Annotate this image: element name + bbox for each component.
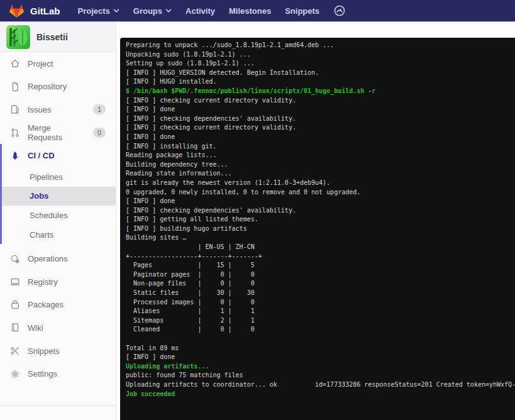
sidebar-item-label: Schedules (30, 211, 68, 220)
log-line: Pages | 15 | 5 (126, 261, 515, 270)
log-line: public: found 75 matching files (126, 371, 515, 380)
settings-gear-icon (10, 369, 20, 379)
nav-snippets[interactable]: Snippets (285, 6, 319, 16)
project-sidebar: Bissetii Project Repository Issues 1 (0, 22, 116, 420)
sidebar-item-merge-requests[interactable]: Merge Requests 0 (0, 121, 116, 145)
log-line: 0 upgraded, 0 newly installed, 0 to remo… (126, 188, 515, 197)
bamboo-avatar-image (6, 25, 30, 49)
log-line: Sitemaps | 2 | 1 (126, 316, 515, 326)
gitlab-logo-icon[interactable] (9, 3, 25, 18)
log-line: Cleaned | 0 | 0 (126, 325, 515, 334)
sidebar-menu: Project Repository Issues 1 M (0, 52, 116, 385)
sidebar-item-settings[interactable]: Settings (0, 362, 116, 385)
sidebar-subitem-jobs[interactable]: Jobs (2, 187, 116, 206)
log-line: git is already the newest version (1:2.1… (126, 179, 515, 188)
log-line: Building dependency tree... (126, 160, 515, 170)
sidebar-item-packages[interactable]: Packages (0, 294, 116, 317)
sidebar-item-label: Pipelines (30, 172, 63, 182)
sidebar-subitem-pipelines[interactable]: Pipelines (2, 167, 116, 187)
log-line: | EN-US | ZH-CN (126, 243, 515, 252)
merge-request-icon (10, 128, 20, 138)
sidebar-item-snippets[interactable]: Snippets (0, 340, 116, 363)
main-content: Preparing to unpack .../sudo_1.8.19p1-2.… (117, 22, 515, 420)
log-line: Preparing to unpack .../sudo_1.8.19p1-2.… (126, 41, 515, 50)
sidebar-item-project[interactable]: Project (0, 52, 116, 75)
log-line: [ INFO ] getting all listed themes. (126, 215, 515, 224)
sidebar-item-operations[interactable]: Operations (0, 247, 116, 270)
log-line: Processed images | 0 | 0 (126, 298, 515, 307)
sidebar-item-label: Repository (28, 82, 67, 91)
container-registry-icon (10, 277, 20, 287)
sidebar-item-ci-cd[interactable]: CI / CD (2, 144, 116, 167)
sidebar-item-label: Operations (28, 254, 68, 263)
log-line: [ INFO ] HUGO_VERSION detected. Begin In… (126, 69, 515, 78)
nav-projects-label: Projects (78, 6, 110, 16)
nav-milestones[interactable]: Milestones (229, 6, 271, 16)
nav-projects[interactable]: Projects (78, 6, 119, 16)
project-header[interactable]: Bissetii (0, 22, 116, 52)
chevron-down-icon (165, 8, 172, 13)
log-line: [ INFO ] checking dependencies' availabi… (126, 114, 515, 124)
log-line: Total in 89 ms (126, 344, 515, 353)
log-line: Job succeeded (126, 390, 515, 399)
log-line: Unpacking sudo (1.8.19p1-2.1) ... (126, 50, 515, 60)
package-icon (10, 300, 20, 310)
sidebar-item-registry[interactable]: Registry (0, 270, 116, 294)
log-line: [ INFO ] done (126, 105, 515, 114)
sidebar-subitem-charts[interactable]: Charts (2, 225, 116, 245)
log-line: Reading package lists... (126, 151, 515, 160)
sidebar-item-label: Charts (30, 230, 53, 240)
log-line: Reading state information... (126, 169, 515, 179)
nav-activity[interactable]: Activity (186, 6, 215, 16)
sidebar-item-label: Wiki (28, 323, 43, 333)
nav-activity-label: Activity (186, 6, 215, 16)
log-line: [ INFO ] done (126, 133, 515, 142)
sidebar-item-label: Snippets (28, 346, 60, 356)
sidebar-item-label: Registry (28, 277, 58, 287)
sidebar-subitem-schedules[interactable]: Schedules (2, 206, 116, 225)
sidebar-divider (0, 405, 116, 406)
log-line: Aliases | 1 | 1 (126, 307, 515, 316)
top-navbar: GitLab Projects Groups Activity Mileston… (0, 0, 515, 22)
log-line: Uploading artifacts to coordinator... ok… (126, 380, 515, 390)
sidebar-item-label: CI / CD (28, 151, 55, 160)
chevron-down-icon (113, 8, 119, 13)
job-log[interactable]: Preparing to unpack .../sudo_1.8.19p1-2.… (120, 38, 515, 420)
snippets-scissors-icon (10, 346, 20, 356)
issues-count-badge: 1 (93, 104, 106, 114)
sidebar-item-label: Jobs (30, 191, 48, 201)
sidebar-item-repository[interactable]: Repository (0, 75, 116, 99)
log-line: Non-page files | 0 | 0 (126, 279, 515, 289)
log-line: Setting up sudo (1.8.19p1-2.1) ... (126, 59, 515, 69)
project-title: Bissetii (36, 32, 68, 42)
nav-groups[interactable]: Groups (133, 6, 172, 16)
nav-groups-label: Groups (133, 6, 162, 16)
rocket-icon (10, 151, 20, 161)
wiki-icon (10, 323, 20, 333)
sidebar-item-label: Issues (28, 105, 52, 114)
issues-icon (10, 104, 20, 114)
sidebar-item-issues[interactable]: Issues 1 (0, 98, 116, 121)
log-line: [ INFO ] HUGO installed. (126, 77, 515, 87)
log-line: [ INFO ] checking current directory vali… (126, 96, 515, 106)
log-line: [ INFO ] building hugo artifacts (126, 224, 515, 234)
log-line: Uploading artifacts... (126, 362, 515, 372)
dashboard-icon[interactable] (333, 4, 346, 17)
sidebar-item-label: Packages (28, 300, 64, 309)
project-avatar (6, 25, 30, 49)
operations-icon (10, 254, 20, 264)
log-line (126, 334, 515, 344)
log-line: Building sites … (126, 233, 515, 243)
file-icon (10, 82, 20, 92)
merge-requests-count-badge: 0 (93, 128, 106, 138)
log-line: +------------------+-------+-------+ (126, 252, 515, 262)
log-line: [ INFO ] checking dependencies' availabi… (126, 206, 515, 216)
log-line: [ INFO ] done (126, 197, 515, 206)
gitlab-brand[interactable]: GitLab (30, 6, 60, 16)
log-line: [ INFO ] checking current directory vali… (126, 123, 515, 133)
sidebar-item-wiki[interactable]: Wiki (0, 316, 116, 340)
log-line: [ INFO ] installing git. (126, 142, 515, 152)
nav-snippets-label: Snippets (285, 6, 319, 16)
log-line: Paginator pages | 0 | 0 (126, 270, 515, 280)
sidebar-item-label: Merge Requests (28, 123, 86, 142)
